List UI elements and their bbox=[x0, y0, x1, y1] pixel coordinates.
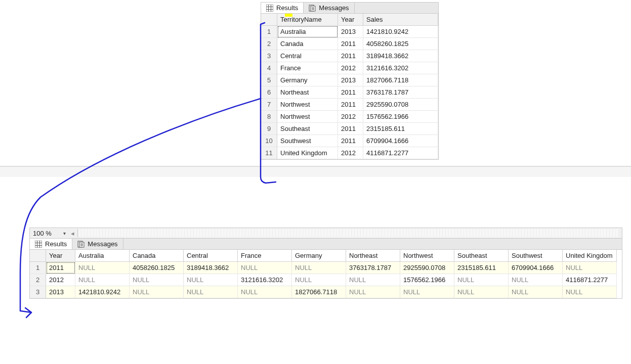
col-header[interactable]: Southwest bbox=[509, 250, 563, 262]
cell-value[interactable]: NULL bbox=[238, 262, 292, 274]
cell-value[interactable]: 3763178.1787 bbox=[346, 262, 400, 274]
cell-value[interactable]: 6709904.1666 bbox=[509, 262, 563, 274]
cell-value[interactable]: NULL bbox=[509, 274, 563, 286]
row-number[interactable]: 2 bbox=[261, 38, 277, 50]
col-header[interactable]: Sales bbox=[363, 14, 438, 26]
cell-year[interactable]: 2013 bbox=[46, 286, 75, 298]
cell-value[interactable]: NULL bbox=[292, 274, 346, 286]
row-number[interactable]: 11 bbox=[261, 147, 277, 159]
cell-sales[interactable]: 2925590.0708 bbox=[363, 99, 438, 111]
cell-sales[interactable]: 4058260.1825 bbox=[363, 38, 438, 50]
cell-value[interactable]: NULL bbox=[130, 286, 184, 298]
cell-year[interactable]: 2011 bbox=[46, 262, 75, 274]
cell-value[interactable]: NULL bbox=[400, 286, 454, 298]
cell-sales[interactable]: 3763178.1787 bbox=[363, 86, 438, 99]
cell-territory[interactable]: Northeast bbox=[277, 86, 338, 99]
cell-value[interactable]: 4058260.1825 bbox=[130, 262, 184, 274]
cell-value[interactable]: 1421810.9242 bbox=[75, 286, 130, 298]
col-header[interactable]: Year bbox=[338, 14, 363, 26]
col-header[interactable]: France bbox=[238, 250, 292, 262]
cell-territory[interactable]: Germany bbox=[277, 74, 338, 86]
row-number[interactable]: 4 bbox=[261, 62, 277, 74]
col-header[interactable]: United Kingdom bbox=[563, 250, 617, 262]
tab-messages[interactable]: Messages bbox=[72, 239, 123, 249]
cell-value[interactable]: 3189418.3662 bbox=[184, 262, 238, 274]
cell-year[interactable]: 2012 bbox=[46, 274, 75, 286]
cell-value[interactable]: NULL bbox=[563, 286, 617, 298]
cell-year[interactable]: 2011 bbox=[338, 123, 363, 135]
cell-value[interactable]: NULL bbox=[454, 274, 509, 286]
cell-value[interactable]: NULL bbox=[346, 274, 400, 286]
row-number[interactable]: 5 bbox=[261, 74, 277, 86]
cell-sales[interactable]: 3189418.3662 bbox=[363, 50, 438, 62]
cell-value[interactable]: NULL bbox=[75, 262, 130, 274]
cell-value[interactable]: NULL bbox=[563, 262, 617, 274]
cell-year[interactable]: 2013 bbox=[338, 74, 363, 86]
col-header[interactable]: Canada bbox=[130, 250, 184, 262]
tab-results[interactable]: Results bbox=[261, 3, 304, 13]
cell-sales[interactable]: 1421810.9242 bbox=[363, 26, 438, 38]
cell-value[interactable]: NULL bbox=[238, 286, 292, 298]
cell-year[interactable]: 2011 bbox=[338, 86, 363, 99]
results-grid-top[interactable]: TerritoryNameYearSales1Australia20131421… bbox=[261, 14, 438, 159]
cell-year[interactable]: 2013 bbox=[338, 26, 363, 38]
scroll-left-icon[interactable]: ◂ bbox=[71, 230, 74, 237]
cell-value[interactable]: 1827066.7118 bbox=[292, 286, 346, 298]
cell-sales[interactable]: 6709904.1666 bbox=[363, 135, 438, 147]
cell-value[interactable]: NULL bbox=[184, 274, 238, 286]
cell-territory[interactable]: France bbox=[277, 62, 338, 74]
cell-sales[interactable]: 1576562.1966 bbox=[363, 111, 438, 123]
cell-territory[interactable]: Southeast bbox=[277, 123, 338, 135]
cell-value[interactable]: NULL bbox=[346, 286, 400, 298]
cell-territory[interactable]: United Kingdom bbox=[277, 147, 338, 159]
cell-value[interactable]: NULL bbox=[75, 274, 130, 286]
row-number[interactable]: 8 bbox=[261, 111, 277, 123]
cell-year[interactable]: 2011 bbox=[338, 50, 363, 62]
row-number[interactable]: 7 bbox=[261, 99, 277, 111]
row-number[interactable]: 3 bbox=[30, 286, 46, 298]
col-header[interactable]: Northwest bbox=[400, 250, 454, 262]
col-header[interactable]: Central bbox=[184, 250, 238, 262]
cell-territory[interactable]: Northwest bbox=[277, 99, 338, 111]
zoom-dropdown[interactable]: ▾ bbox=[61, 231, 68, 236]
row-number[interactable]: 1 bbox=[30, 262, 46, 274]
tab-results[interactable]: Results bbox=[30, 239, 72, 249]
tab-messages[interactable]: Messages bbox=[304, 3, 354, 13]
cell-value[interactable]: 2925590.0708 bbox=[400, 262, 454, 274]
col-header[interactable]: Southeast bbox=[454, 250, 509, 262]
cell-value[interactable]: NULL bbox=[509, 286, 563, 298]
cell-year[interactable]: 2011 bbox=[338, 38, 363, 50]
row-number[interactable]: 3 bbox=[261, 50, 277, 62]
cell-year[interactable]: 2012 bbox=[338, 111, 363, 123]
cell-value[interactable]: 3121616.3202 bbox=[238, 274, 292, 286]
row-number[interactable]: 6 bbox=[261, 86, 277, 99]
row-number[interactable]: 10 bbox=[261, 135, 277, 147]
row-number[interactable]: 2 bbox=[30, 274, 46, 286]
col-header[interactable]: Year bbox=[46, 250, 75, 262]
cell-year[interactable]: 2011 bbox=[338, 135, 363, 147]
row-number[interactable]: 9 bbox=[261, 123, 277, 135]
col-header[interactable]: Germany bbox=[292, 250, 346, 262]
cell-year[interactable]: 2012 bbox=[338, 147, 363, 159]
cell-territory[interactable]: Southwest bbox=[277, 135, 338, 147]
cell-year[interactable]: 2012 bbox=[338, 62, 363, 74]
cell-value[interactable]: NULL bbox=[184, 286, 238, 298]
horizontal-scrollbar[interactable] bbox=[77, 229, 619, 237]
cell-value[interactable]: 2315185.611 bbox=[454, 262, 509, 274]
cell-territory[interactable]: Canada bbox=[277, 38, 338, 50]
cell-value[interactable]: 1576562.1966 bbox=[400, 274, 454, 286]
cell-territory[interactable]: Northwest bbox=[277, 111, 338, 123]
cell-value[interactable]: 4116871.2277 bbox=[563, 274, 617, 286]
cell-sales[interactable]: 1827066.7118 bbox=[363, 74, 438, 86]
cell-value[interactable]: NULL bbox=[292, 262, 346, 274]
cell-territory[interactable]: Australia bbox=[277, 26, 338, 38]
cell-value[interactable]: NULL bbox=[454, 286, 509, 298]
cell-territory[interactable]: Central bbox=[277, 50, 338, 62]
cell-sales[interactable]: 3121616.3202 bbox=[363, 62, 438, 74]
col-header[interactable]: Australia bbox=[75, 250, 130, 262]
results-grid-bottom[interactable]: YearAustraliaCanadaCentralFranceGermanyN… bbox=[30, 250, 622, 298]
cell-sales[interactable]: 4116871.2277 bbox=[363, 147, 438, 159]
col-header[interactable]: Northeast bbox=[346, 250, 400, 262]
row-number[interactable]: 1 bbox=[261, 26, 277, 38]
cell-year[interactable]: 2011 bbox=[338, 99, 363, 111]
